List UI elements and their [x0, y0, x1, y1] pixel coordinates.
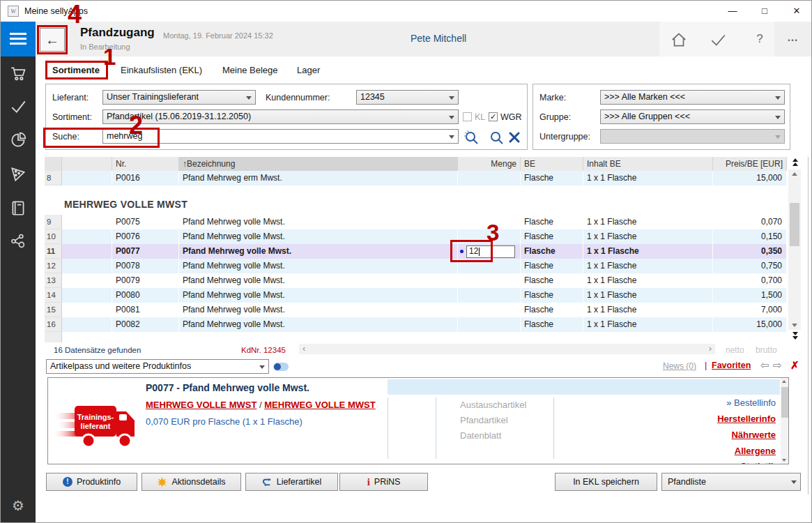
lieferant-dropdown[interactable]: Unser Trainingslieferant	[102, 90, 256, 105]
cell: 12	[45, 259, 62, 273]
col-header-bezeichnung[interactable]: ↑Bezeichnung	[179, 157, 458, 171]
prins-button[interactable]: iPRiNS	[339, 473, 428, 491]
col-header-menge[interactable]: Menge	[458, 157, 521, 171]
cell: Flasche	[521, 317, 583, 332]
brutto-toggle[interactable]: brutto	[756, 345, 777, 355]
confirm-icon[interactable]	[709, 31, 727, 47]
article-table: Nr. ↑Bezeichnung Menge BE Inhalt BE Prei…	[45, 157, 787, 332]
col-header-inhalt-be[interactable]: Inhalt BE	[583, 157, 713, 171]
help-icon[interactable]: ?	[751, 31, 769, 47]
cell: 1 x 1 Flasche	[583, 303, 713, 317]
table-header-row: Nr. ↑Bezeichnung Menge BE Inhalt BE Prei…	[45, 157, 787, 171]
pizza-icon[interactable]	[9, 165, 27, 183]
kundennummer-dropdown[interactable]: 12345	[356, 90, 459, 105]
bestellinfo-link[interactable]: » Bestellinfo	[726, 397, 776, 408]
cell: P0082	[112, 317, 179, 332]
gear-icon[interactable]: ⚙	[9, 497, 27, 514]
book-icon[interactable]	[9, 199, 27, 217]
table-row[interactable]: 10P0076Pfand Mehrweg volle Mwst.Flasche1…	[45, 229, 787, 244]
cell: 0,350	[713, 244, 787, 259]
cell	[62, 317, 112, 332]
user-name[interactable]: Pete Mitchell	[411, 33, 466, 44]
table-row[interactable]: 16P0082Pfand Mehrweg volle Mwst.Flasche1…	[45, 317, 787, 332]
hamburger-menu-icon[interactable]	[1, 22, 36, 56]
lieferartikel-button[interactable]: Lieferartikel	[245, 473, 338, 491]
cart-icon[interactable]	[9, 64, 27, 82]
herstellerinfo-link[interactable]: Herstellerinfo	[717, 414, 776, 424]
cell: Flasche	[521, 244, 583, 259]
jump-to-bottom-icon[interactable]	[789, 331, 802, 340]
produktinfo-button[interactable]: !Produktinfo	[46, 473, 137, 491]
close-panel-icon[interactable]: ✗	[790, 359, 799, 372]
table-row[interactable]: 11P0077Pfand Mehrweg volle Mwst.12Flasch…	[45, 244, 787, 259]
more-options-icon[interactable]: …	[784, 31, 802, 47]
scroll-down-icon[interactable]	[782, 459, 786, 462]
table-horizontal-scrollbar[interactable]: ‹›	[299, 344, 715, 354]
tab-einkaufslisten[interactable]: Einkaufslisten (EKL)	[121, 65, 202, 75]
scrollbar-thumb[interactable]	[781, 387, 788, 418]
cell: P0077	[112, 244, 179, 259]
category-links: MEHRWEG VOLLE MWST / MEHRWEG VOLLE MWST	[146, 400, 376, 410]
wgr-checkbox[interactable]: ✓	[489, 112, 498, 121]
prins-icon: i	[367, 476, 370, 488]
annotation-rect-sortimente	[45, 61, 108, 79]
records-found-label: 16 Datensätze gefunden	[54, 346, 141, 354]
pfandliste-dropdown[interactable]: Pfandliste	[661, 473, 801, 491]
scroll-up-icon[interactable]	[792, 172, 797, 176]
tab-lager[interactable]: Lager	[297, 65, 320, 75]
prev-arrow-icon[interactable]: ⇦	[760, 359, 769, 372]
table-row[interactable]: 14P0080Pfand Mehrweg volle Mwst.Flasche1…	[45, 288, 787, 303]
clear-search-icon[interactable]	[508, 131, 521, 146]
infopanel-toggle[interactable]	[273, 363, 289, 371]
next-arrow-icon[interactable]: ⇨	[773, 359, 782, 372]
category-link-2[interactable]: MEHRWEG VOLLE MWST	[264, 400, 375, 410]
cell: Pfand Mehrweg volle Mwst.	[179, 215, 458, 229]
table-vertical-scrollbar[interactable]	[788, 169, 801, 330]
table-row[interactable]: 15P0081Pfand Mehrweg volle Mwst.Flasche1…	[45, 303, 787, 317]
news-link[interactable]: News (0)	[663, 361, 696, 371]
table-row[interactable]: 13P0079Pfand Mehrweg volle Mwst.Flasche1…	[45, 273, 787, 288]
cell: 1 x 1 Flasche	[583, 273, 713, 288]
category-link-1[interactable]: MEHRWEG VOLLE MWST	[146, 400, 256, 410]
col-header-preis-be[interactable]: Preis/BE [EUR]	[713, 157, 787, 171]
jump-to-top-icon[interactable]	[789, 158, 802, 167]
scroll-right-icon[interactable]: ›	[709, 343, 712, 354]
col-header-be[interactable]: BE	[521, 157, 583, 171]
advanced-search-icon[interactable]	[463, 129, 481, 150]
allergene-link[interactable]: Allergene	[735, 446, 776, 456]
naehrwerte-link[interactable]: Nährwerte	[731, 430, 776, 440]
detail-scrollbar[interactable]	[781, 378, 789, 464]
scroll-down-icon[interactable]	[792, 324, 797, 327]
cell: 0,700	[713, 273, 787, 288]
maximize-button[interactable]: □	[749, 1, 781, 22]
favoriten-link[interactable]: Favoriten	[712, 361, 751, 370]
tab-meine-belege[interactable]: Meine Belege	[222, 65, 278, 75]
home-icon[interactable]	[670, 31, 688, 47]
scroll-left-icon[interactable]: ‹	[302, 343, 305, 354]
kl-checkbox[interactable]	[463, 112, 472, 121]
netto-toggle[interactable]: netto	[726, 345, 744, 355]
scroll-up-icon[interactable]	[782, 380, 786, 383]
marke-dropdown[interactable]: >>> Alle Marken <<<	[600, 90, 785, 105]
sortiment-dropdown[interactable]: Pfandartikel (15.06.2019-31.12.2050)	[102, 109, 459, 124]
col-header-nr[interactable]: Nr.	[112, 157, 179, 171]
cell: Flasche	[521, 171, 583, 185]
table-row[interactable]: 9P0075Pfand Mehrweg volle Mwst.Flasche1 …	[45, 215, 787, 229]
pie-chart-icon[interactable]	[9, 131, 27, 149]
share-icon[interactable]	[9, 232, 27, 250]
check-icon[interactable]	[9, 98, 27, 116]
close-button[interactable]: ✕	[781, 1, 812, 22]
statistik-link[interactable]: Statistik	[740, 461, 776, 464]
aktionsdetails-button[interactable]: Aktionsdetails	[141, 473, 241, 491]
minimize-button[interactable]: —	[717, 1, 749, 22]
table-row[interactable]: 12P0078Pfand Mehrweg volle Mwst.Flasche1…	[45, 259, 787, 273]
in-ekl-speichern-button[interactable]: In EKL speichern	[555, 473, 657, 491]
cell: P0079	[112, 273, 179, 288]
search-icon[interactable]	[488, 129, 506, 150]
infopanel-dropdown[interactable]: Artikelpass und weitere Produktinfos	[46, 359, 269, 374]
chevron-down-icon	[259, 365, 265, 369]
cell: Pfand Mehrweg volle Mwst.	[179, 244, 458, 259]
gruppe-dropdown[interactable]: >>> Alle Gruppen <<<	[600, 109, 785, 124]
scrollbar-thumb[interactable]	[790, 203, 799, 246]
table-row[interactable]: 8P0016Pfand Mehrweg erm Mwst.Flasche1 x …	[45, 171, 787, 185]
